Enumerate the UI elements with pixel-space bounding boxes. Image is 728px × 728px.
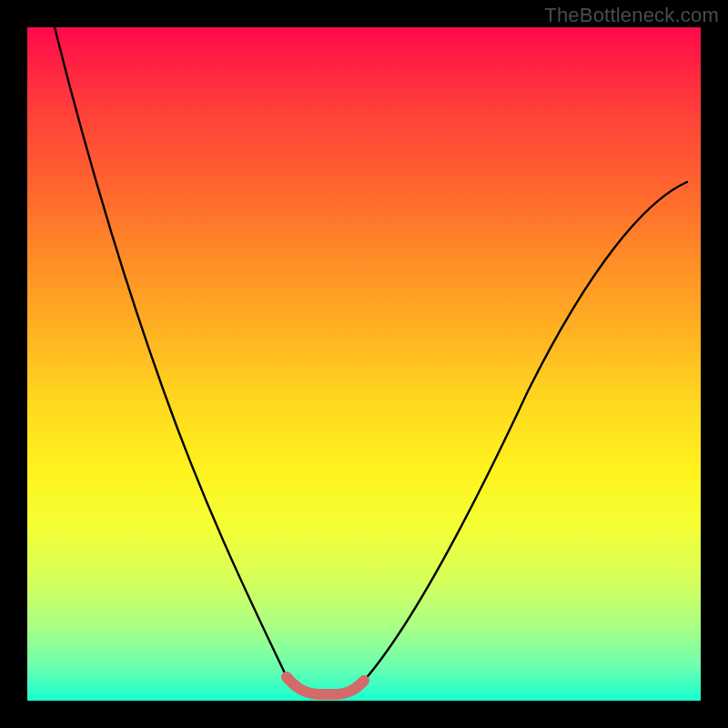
curves-svg: [27, 27, 701, 701]
right-branch-path: [364, 182, 687, 681]
valley-dot: [308, 689, 318, 698]
plot-area: [27, 27, 701, 701]
valley-dot: [357, 678, 366, 687]
left-branch-path: [55, 27, 287, 677]
valley-dot: [341, 688, 350, 697]
valley-dot: [319, 690, 329, 699]
valley-dot: [330, 690, 339, 699]
watermark-text: TheBottleneck.com: [544, 4, 719, 27]
valley-dot: [299, 686, 308, 695]
chart-frame: TheBottleneck.com: [0, 0, 728, 728]
